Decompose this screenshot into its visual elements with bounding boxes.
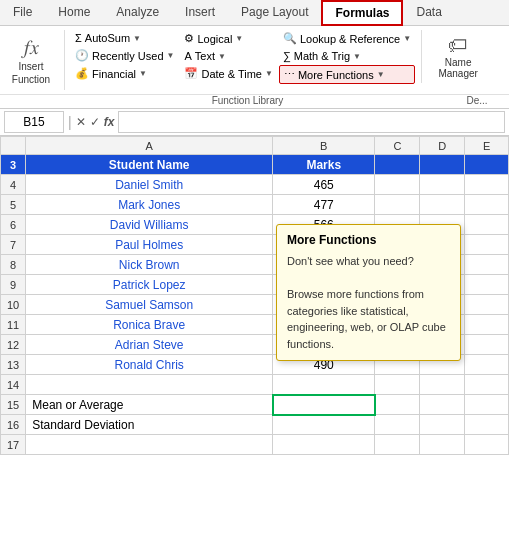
row-header: 3 [1,155,26,175]
cell-e[interactable] [465,235,509,255]
cell-c[interactable] [375,155,420,175]
cell-e[interactable] [465,375,509,395]
confirm-icon[interactable]: ✓ [90,115,100,129]
ribbon-col-right: ⚙ Logical ▼ A Text ▼ 📅 Date & Time ▼ [180,30,276,82]
cell-d[interactable] [420,375,465,395]
cell-e[interactable] [465,255,509,275]
col-header-d[interactable]: D [420,137,465,155]
cell-c[interactable] [375,375,420,395]
row-header: 10 [1,295,26,315]
name-box[interactable] [4,111,64,133]
cell-b[interactable]: 477 [273,195,375,215]
cell-a[interactable]: Mean or Average [26,395,273,415]
cell-a[interactable]: Adrian Steve [26,335,273,355]
col-header-b[interactable]: B [273,137,375,155]
tab-analyze[interactable]: Analyze [103,0,172,26]
cell-a[interactable]: David Williams [26,215,273,235]
name-manager-button[interactable]: 🏷 NameManager [430,30,486,83]
cell-d[interactable] [420,195,465,215]
math-trig-button[interactable]: ∑ Math & Trig ▼ [279,48,415,64]
more-functions-tooltip: More Functions Don't see what you need? … [276,224,461,361]
cell-e[interactable] [465,355,509,375]
cell-b[interactable]: 465 [273,175,375,195]
cell-d[interactable] [420,155,465,175]
cell-e[interactable] [465,195,509,215]
more-functions-button[interactable]: ⋯ More Functions ▼ [279,65,415,84]
cell-a[interactable]: Ronica Brave [26,315,273,335]
cell-a[interactable]: Paul Holmes [26,235,273,255]
cell-b[interactable] [273,395,375,415]
col-header-a[interactable]: A [26,137,273,155]
cell-a[interactable]: Ronald Chris [26,355,273,375]
recently-used-icon: 🕐 [75,49,89,62]
cell-e[interactable] [465,435,509,455]
cell-a[interactable] [26,375,273,395]
cell-e[interactable] [465,335,509,355]
cell-e[interactable] [465,295,509,315]
tooltip-line1: Don't see what you need? [287,255,414,267]
cell-a[interactable]: Samuel Samson [26,295,273,315]
defined-names-group-label: De... [445,95,509,106]
cell-a[interactable]: Mark Jones [26,195,273,215]
tab-page-layout[interactable]: Page Layout [228,0,321,26]
cell-a[interactable]: Daniel Smith [26,175,273,195]
cell-e[interactable] [465,395,509,415]
ribbon-col-extra: 🔍 Lookup & Reference ▼ ∑ Math & Trig ▼ ⋯… [279,30,415,84]
cell-e[interactable] [465,315,509,335]
cell-d[interactable] [420,435,465,455]
date-time-label: Date & Time [201,68,262,80]
cell-e[interactable] [465,415,509,435]
col-header-c[interactable]: C [375,137,420,155]
cell-d[interactable] [420,415,465,435]
cell-e[interactable] [465,155,509,175]
row-header: 8 [1,255,26,275]
financial-button[interactable]: 💰 Financial ▼ [71,65,178,82]
recently-used-button[interactable]: 🕐 Recently Used ▼ [71,47,178,64]
cell-a[interactable]: Patrick Lopez [26,275,273,295]
tab-home[interactable]: Home [45,0,103,26]
ribbon-tabs: File Home Analyze Insert Page Layout For… [0,0,509,26]
tab-file[interactable]: File [0,0,45,26]
text-icon: A [184,50,191,62]
insert-function-button[interactable]: 𝑓𝑥 InsertFunction [6,30,56,90]
table-row: 17 [1,435,509,455]
cell-c[interactable] [375,175,420,195]
cell-d[interactable] [420,395,465,415]
cell-c[interactable] [375,415,420,435]
cell-d[interactable] [420,175,465,195]
cell-a[interactable] [26,435,273,455]
cell-e[interactable] [465,175,509,195]
table-row: 14 [1,375,509,395]
lookup-label: Lookup & Reference [300,33,400,45]
autosum-button[interactable]: Σ AutoSum ▼ [71,30,178,46]
cell-e[interactable] [465,275,509,295]
cell-b[interactable] [273,435,375,455]
tab-data[interactable]: Data [403,0,454,26]
row-header: 13 [1,355,26,375]
math-label: Math & Trig [294,50,350,62]
cell-a[interactable]: Standard Deviation [26,415,273,435]
name-manager-label: NameManager [438,57,477,79]
cell-c[interactable] [375,435,420,455]
tab-formulas[interactable]: Formulas [321,0,403,26]
formula-input[interactable] [118,111,505,133]
cancel-icon[interactable]: ✕ [76,115,86,129]
table-row: 4Daniel Smith465 [1,175,509,195]
cell-e[interactable] [465,215,509,235]
date-time-button[interactable]: 📅 Date & Time ▼ [180,65,276,82]
col-header-e[interactable]: E [465,137,509,155]
cell-c[interactable] [375,195,420,215]
text-button[interactable]: A Text ▼ [180,48,276,64]
lookup-reference-button[interactable]: 🔍 Lookup & Reference ▼ [279,30,415,47]
tab-insert[interactable]: Insert [172,0,228,26]
cell-b[interactable] [273,415,375,435]
cell-a[interactable]: Nick Brown [26,255,273,275]
financial-arrow: ▼ [139,69,147,78]
cell-b[interactable] [273,375,375,395]
fx-bar-icon[interactable]: fx [104,115,115,129]
cell-b[interactable]: Marks [273,155,375,175]
cell-c[interactable] [375,395,420,415]
cell-a[interactable]: Student Name [26,155,273,175]
logical-button[interactable]: ⚙ Logical ▼ [180,30,276,47]
autosum-label: AutoSum [85,32,130,44]
